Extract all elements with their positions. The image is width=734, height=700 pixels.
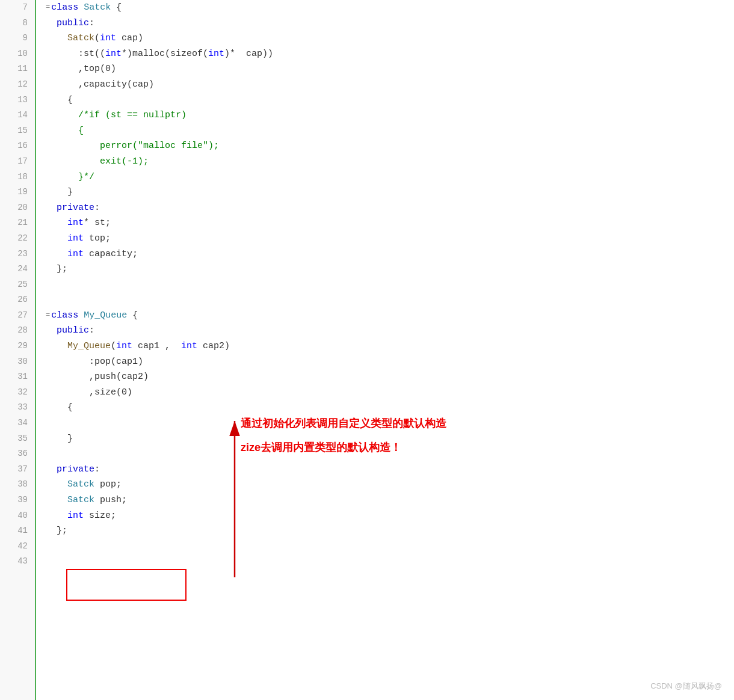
token	[46, 215, 67, 231]
line-number: 42	[0, 539, 35, 554]
token	[46, 123, 78, 139]
line-number: 28	[0, 323, 35, 339]
token	[46, 262, 57, 277]
token: /*if (st == nullptr)	[78, 108, 187, 123]
code-line: private:	[46, 462, 734, 477]
code-line	[46, 554, 734, 570]
token: class	[51, 308, 84, 324]
line-number: 21	[0, 215, 35, 231]
token: int	[67, 247, 84, 262]
line-number: 11	[0, 61, 35, 77]
token	[46, 231, 67, 247]
token: int	[105, 46, 122, 62]
token	[46, 523, 57, 539]
token: size;	[84, 508, 116, 524]
line-number: 27	[0, 308, 35, 324]
code-line: int* st;	[46, 215, 734, 231]
code-line: public:	[46, 16, 734, 31]
token: {	[127, 308, 138, 324]
line-number: 34	[0, 416, 35, 431]
token: Satck	[67, 477, 94, 493]
token: )* cap))	[224, 46, 273, 62]
token: }	[67, 431, 73, 447]
token	[46, 400, 67, 416]
token: int	[67, 231, 84, 247]
line-number: 14	[0, 108, 35, 123]
code-line: public:	[46, 323, 734, 339]
code-line: ,size(0)	[46, 385, 734, 401]
code-container: 7891011121314151617181920212223242526272…	[0, 0, 734, 700]
code-line: =class Satck {	[46, 0, 734, 16]
line-number: 32	[0, 385, 35, 401]
code-line: :st((int*)malloc(sizeof(int)* cap))	[46, 46, 734, 62]
token: cap2)	[197, 339, 230, 354]
token: cap)	[116, 31, 143, 46]
code-line: exit(-1);	[46, 154, 734, 170]
code-line: Satck(int cap)	[46, 31, 734, 46]
token: }	[67, 185, 73, 200]
code-line: int size;	[46, 508, 734, 524]
watermark: CSDN @随风飘扬@	[650, 680, 722, 693]
code-line: };	[46, 523, 734, 539]
token	[46, 247, 67, 262]
line-number: 9	[0, 31, 35, 46]
token	[46, 339, 67, 354]
line-number: 22	[0, 231, 35, 247]
token: :st((	[78, 46, 105, 62]
line-number: 8	[0, 16, 35, 31]
token	[46, 462, 57, 477]
token: :	[89, 16, 94, 31]
line-number: 26	[0, 292, 35, 308]
token: * st;	[84, 215, 111, 231]
token: int	[67, 508, 84, 524]
token	[46, 31, 67, 46]
line-number: 33	[0, 400, 35, 416]
token	[46, 170, 78, 185]
line-number: 15	[0, 123, 35, 139]
code-area[interactable]: =class Satck { public: Satck(int cap) :s…	[36, 0, 734, 700]
token	[46, 185, 67, 200]
token: ,capacity(cap)	[78, 77, 154, 93]
token: Satck	[67, 31, 94, 46]
token: int	[67, 215, 84, 231]
line-number: 10	[0, 46, 35, 62]
code-line: int capacity;	[46, 247, 734, 262]
token: cap1 ,	[132, 339, 181, 354]
token: My_Queue	[84, 308, 127, 324]
token: int	[116, 339, 132, 354]
token	[46, 493, 67, 508]
token	[46, 154, 100, 170]
line-number: 20	[0, 200, 35, 216]
line-number: 24	[0, 262, 35, 277]
line-number: 41	[0, 523, 35, 539]
token: }*/	[78, 170, 94, 185]
line-number: 43	[0, 554, 35, 570]
line-number: 40	[0, 508, 35, 524]
line-number: 37	[0, 462, 35, 477]
code-line: {	[46, 400, 734, 416]
token: (	[94, 31, 100, 46]
line-number: 17	[0, 154, 35, 170]
token	[46, 354, 89, 370]
token: :	[94, 200, 100, 216]
line-number: 38	[0, 477, 35, 493]
line-number: 29	[0, 339, 35, 354]
token: {	[78, 123, 84, 139]
line-number: 7	[0, 0, 35, 16]
code-line: ,push(cap2)	[46, 369, 734, 385]
token: {	[111, 0, 122, 16]
line-number: 23	[0, 247, 35, 262]
token: Satck	[67, 493, 94, 508]
code-line: {	[46, 93, 734, 108]
token: top;	[84, 231, 111, 247]
token: int	[208, 46, 224, 62]
token: int	[100, 31, 116, 46]
token: pop;	[94, 477, 122, 493]
token: :	[89, 323, 94, 339]
token: ,push(cap2)	[89, 369, 149, 385]
token: ,size(0)	[89, 385, 132, 401]
token	[46, 61, 78, 77]
line-number: 39	[0, 493, 35, 508]
token: class	[51, 0, 84, 16]
token	[46, 16, 57, 31]
